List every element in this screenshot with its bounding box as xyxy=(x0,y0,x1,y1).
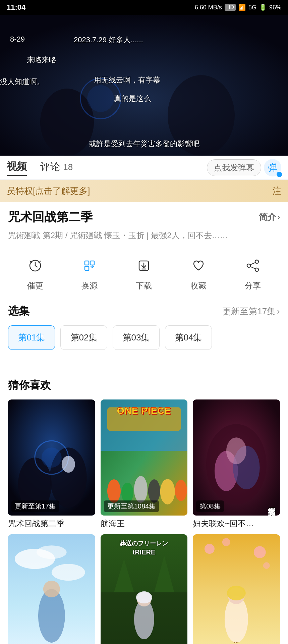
share-label: 分享 xyxy=(245,280,261,291)
episode-02[interactable]: 第02集 xyxy=(60,325,107,350)
recommend-item-jujutsu[interactable]: 更新至第17集 咒术回战第二季 xyxy=(8,399,95,529)
episode-03[interactable]: 第03集 xyxy=(113,325,160,350)
tab-comment[interactable]: 评论 18 xyxy=(40,160,73,175)
recommend-item-yellow[interactable]: ... xyxy=(193,534,280,644)
danmaku-button-area: 点我发弹幕 弹 xyxy=(207,159,281,176)
download-icon xyxy=(132,254,155,277)
status-icons: 6.60 MB/s HD 📶 5G 🔋 96% xyxy=(195,4,281,11)
source-button[interactable]: 换源 xyxy=(78,254,101,291)
anime-tags: 咒術廻戦 第2期 / 咒術廻戦 懐玉・玉折 | 最强2人，回不去…… xyxy=(8,229,280,241)
member-banner[interactable]: 员特权[点击了解更多] 注 xyxy=(0,180,288,202)
anime-title-text: 咒术回战第二季 xyxy=(8,209,93,225)
name-onepiece: 航海王 xyxy=(101,518,188,529)
svg-point-56 xyxy=(263,562,270,569)
svg-point-42 xyxy=(37,546,67,559)
remind-button[interactable]: 催更 xyxy=(24,254,47,291)
recommend-thumb-jujutsu: 更新至第17集 xyxy=(8,399,95,516)
episode-title: 选集 xyxy=(8,304,30,319)
member-banner-action[interactable]: 注 xyxy=(273,185,281,197)
source-label: 换源 xyxy=(81,280,98,291)
episode-section-header: 选集 更新至第17集 › xyxy=(8,304,280,319)
member-banner-text: 员特权[点击了解更多] xyxy=(7,185,90,197)
svg-point-31 xyxy=(160,479,175,504)
svg-point-55 xyxy=(254,546,266,558)
wifi-icon: 📶 xyxy=(238,4,246,11)
svg-point-16 xyxy=(255,268,258,271)
recommendation-grid: 更新至第17集 咒术回战第二季 xyxy=(8,399,280,644)
svg-line-7 xyxy=(35,266,37,267)
svg-point-24 xyxy=(62,456,75,473)
svg-point-38 xyxy=(226,437,246,464)
collect-button[interactable]: 收藏 xyxy=(187,254,210,291)
badge-adult: 第08集 xyxy=(196,500,224,512)
recommendation-title: 猜你喜欢 xyxy=(8,378,280,393)
status-bar: 11:04 6.60 MB/s HD 📶 5G 🔋 96% xyxy=(0,0,288,15)
badge-jujutsu: 更新至第17集 xyxy=(11,500,59,512)
svg-point-32 xyxy=(175,480,187,501)
clock-icon xyxy=(24,254,47,277)
frieren-subtitle: tRIERE xyxy=(133,548,156,556)
intro-link[interactable]: 简介 › xyxy=(259,211,280,223)
anime-title-row: 咒术回战第二季 简介 › xyxy=(8,209,280,225)
svg-point-53 xyxy=(205,544,215,554)
chevron-right-icon: › xyxy=(277,306,280,317)
danmaku-text: 来咯来咯 xyxy=(27,55,56,65)
recommend-item-sky[interactable] xyxy=(8,534,95,644)
recommend-thumb-sky xyxy=(8,534,95,644)
svg-point-54 xyxy=(222,538,230,546)
episode-01[interactable]: 第01集 xyxy=(8,325,55,350)
share-icon xyxy=(241,254,264,277)
recommend-thumb-frieren: 葬送のフリーレン tRIERE xyxy=(101,534,188,644)
danmaku-text: 没人知道啊。 xyxy=(0,77,44,87)
recommend-thumb-onepiece: ONE PIECE 更新至第1084集 xyxy=(101,399,188,516)
name-jujutsu: 咒术回战第二季 xyxy=(8,518,95,529)
share-button[interactable]: 分享 xyxy=(241,254,264,291)
battery-percent: 96% xyxy=(269,4,281,11)
recommend-item-adult[interactable]: 大屌交欢 第08集 妇夫联欢~回不… xyxy=(193,399,280,529)
svg-point-30 xyxy=(148,479,160,503)
svg-point-41 xyxy=(52,564,85,581)
collect-label: 收藏 xyxy=(190,280,207,291)
svg-point-28 xyxy=(121,483,133,503)
danmaku-input[interactable]: 点我发弹幕 xyxy=(207,159,261,176)
svg-text:...: ... xyxy=(234,637,239,644)
content-area: 咒术回战第二季 简介 › 咒術廻戦 第2期 / 咒術廻戦 懐玉・玉折 | 最强2… xyxy=(0,202,288,370)
signal-icon: 5G xyxy=(248,4,256,11)
danmaku-send-icon: 弹 xyxy=(268,161,277,174)
chevron-right-icon: › xyxy=(278,213,280,222)
badge-onepiece: 更新至第1084集 xyxy=(104,500,159,512)
danmaku-text: 8-29 xyxy=(10,35,25,44)
recommend-thumb-yellow: ... xyxy=(193,534,280,644)
recommendation-section: 猜你喜欢 xyxy=(0,370,288,644)
svg-rect-8 xyxy=(85,261,89,265)
comment-count: 18 xyxy=(63,162,73,172)
svg-line-17 xyxy=(250,263,255,265)
network-speed: 6.60 MB/s xyxy=(195,4,222,11)
danmaku-text: 2023.7.29 好多人...... xyxy=(74,35,143,45)
switch-icon xyxy=(78,254,101,277)
svg-rect-9 xyxy=(90,261,94,265)
danmaku-text: 用无线云啊，有字幕 xyxy=(94,75,160,85)
svg-point-27 xyxy=(107,479,121,503)
danmaku-text: 真的是这么 xyxy=(114,94,151,104)
episode-list: 第01集 第02集 第03集 第04集 xyxy=(8,325,280,353)
tab-video[interactable]: 视频 xyxy=(7,160,27,176)
video-subtitle: 或許是受到去年災害多發的影響吧 xyxy=(0,139,288,149)
name-adult: 妇夫联欢~回不… xyxy=(193,518,280,529)
status-time: 11:04 xyxy=(7,3,25,12)
video-background: 8-29 2023.7.29 好多人...... 来咯来咯 没人知道啊。 用无线… xyxy=(0,15,288,156)
tab-bar: 视频 评论 18 点我发弹幕 弹 xyxy=(0,156,288,180)
recommend-item-onepiece[interactable]: ONE PIECE 更新至第1084集 航海王 xyxy=(101,399,188,529)
svg-point-29 xyxy=(134,476,148,503)
heart-icon xyxy=(187,254,210,277)
recommend-item-frieren[interactable]: 葬送のフリーレン tRIERE xyxy=(101,534,188,644)
episode-04[interactable]: 第04集 xyxy=(165,325,212,350)
action-buttons: 催更 换源 xyxy=(8,251,280,294)
video-player[interactable]: 8-29 2023.7.29 好多人...... 来咯来咯 没人知道啊。 用无线… xyxy=(0,15,288,156)
danmaku-send-button[interactable]: 弹 xyxy=(264,159,281,176)
download-button[interactable]: 下载 xyxy=(132,254,155,291)
episode-update-link[interactable]: 更新至第17集 › xyxy=(222,306,280,317)
svg-point-15 xyxy=(247,264,250,267)
svg-line-18 xyxy=(250,267,255,269)
recommend-thumb-adult: 大屌交欢 第08集 xyxy=(193,399,280,516)
